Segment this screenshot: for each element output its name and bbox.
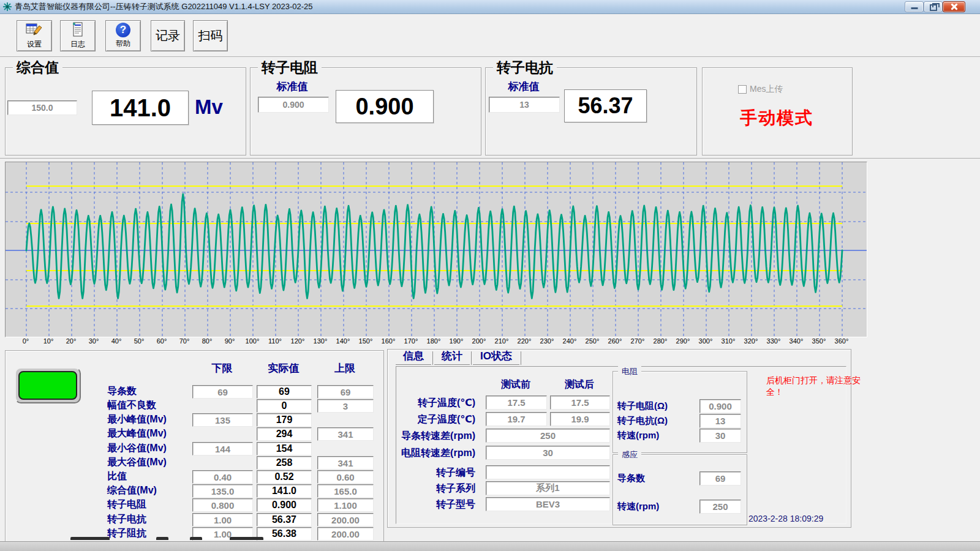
help-button[interactable]: ? 帮助: [105, 20, 141, 51]
upper-limit-field: 165.0: [317, 484, 374, 498]
x-axis-tick: 260°: [608, 337, 622, 345]
waveform-chart: [6, 162, 867, 337]
tab-info[interactable]: 信息: [396, 349, 431, 365]
composite-unit: Mv: [195, 96, 223, 119]
x-axis-tick: 240°: [563, 337, 577, 345]
log-icon: [71, 22, 85, 38]
x-axis-tick: 360°: [835, 337, 849, 345]
scan-button[interactable]: 扫码: [193, 20, 228, 51]
x-axis-tick: 30°: [89, 337, 99, 345]
settings-icon: [26, 22, 43, 38]
x-axis-tick: 110°: [268, 337, 282, 345]
resistance-speed-diff-field: 30: [486, 446, 610, 460]
x-axis-tick: 190°: [450, 337, 464, 345]
x-axis-tick: 230°: [540, 337, 554, 345]
x-axis-tick: 150°: [359, 337, 373, 345]
table-row: 最小谷值(Mv) 144 154: [0, 442, 383, 455]
log-button[interactable]: 日志: [60, 20, 96, 51]
log-label: 日志: [70, 39, 85, 50]
x-axis-tick: 60°: [157, 337, 167, 345]
lower-limit-field: 1.00: [192, 513, 253, 527]
mes-upload-checkbox[interactable]: Mes上传: [738, 84, 783, 95]
cutoff-button-fragment: [190, 537, 202, 540]
lower-limit-field: 135.0: [192, 484, 253, 498]
actual-value-field: 141.0: [257, 484, 312, 498]
app-icon: [2, 2, 12, 12]
reactance-panel-title: 转子电抗: [493, 58, 557, 77]
minimize-button[interactable]: [905, 1, 924, 12]
upper-limit-field: 3: [317, 399, 374, 413]
help-icon: ?: [116, 23, 130, 37]
restore-button[interactable]: [924, 1, 943, 12]
rotor-temp-before-field: 17.5: [486, 395, 547, 410]
header-before-test: 测试前: [486, 378, 546, 391]
x-axis-tick: 320°: [744, 337, 758, 345]
bar-speed-diff-field: 250: [486, 429, 610, 443]
toolbar: [0, 14, 980, 57]
upper-limit-field: 69: [317, 385, 374, 399]
actual-value-field: 0.900: [257, 498, 312, 512]
x-axis-tick: 220°: [518, 337, 532, 345]
rotor-temp-after-field: 17.5: [550, 395, 610, 410]
cutoff-button-fragment: [230, 537, 263, 540]
rotor-serial-input[interactable]: [486, 465, 610, 479]
x-axis-tick: 90°: [225, 337, 235, 345]
x-axis-tick: 180°: [427, 337, 441, 345]
table-row: 比值 0.40 0.52 0.60: [0, 470, 383, 483]
resistance-speed-setting-field: 30: [699, 429, 741, 443]
x-axis-tick: 200°: [472, 337, 486, 345]
actual-value-field: 0.52: [257, 470, 312, 484]
title-bar: 青岛艾普智能仪器有限公司--压铸转子测试系统 G202211049 V1.1.4…: [0, 0, 980, 14]
composite-panel-title: 综合值: [13, 58, 62, 77]
table-row: 综合值(Mv) 135.0 141.0 165.0: [0, 484, 383, 497]
table-row: 转子电抗 1.00 56.37 200.00: [0, 513, 383, 526]
x-axis-tick: 70°: [179, 337, 190, 345]
close-button[interactable]: [943, 1, 965, 12]
cutoff-button-fragment: [70, 537, 110, 540]
rotor-reactance-setting-field: 13: [699, 414, 741, 428]
settings-label: 设置: [27, 39, 42, 50]
bar-count-setting-field: 69: [699, 471, 741, 485]
rotor-series-field[interactable]: 系列1: [486, 481, 610, 495]
mes-upload-label: Mes上传: [750, 84, 783, 95]
resistance-value-display: 0.900: [336, 90, 434, 123]
composite-std-input[interactable]: 150.0: [7, 100, 77, 115]
x-axis-tick: 290°: [676, 337, 690, 345]
upper-limit-field: 341: [317, 427, 374, 441]
actual-value-field: 0: [257, 399, 312, 413]
rotor-model-field[interactable]: BEV3: [486, 497, 610, 511]
tab-stats[interactable]: 统计: [434, 349, 470, 365]
upper-limit-field: 200.00: [317, 527, 374, 541]
table-row: 导条数 69 69 69: [0, 385, 383, 398]
minimize-icon: [911, 7, 918, 9]
actual-value-field: 154: [257, 442, 312, 455]
timestamp: 2023-2-28 18:09:29: [748, 514, 823, 523]
reactance-std-input[interactable]: 13: [489, 97, 560, 113]
lower-limit-field: 135: [192, 413, 253, 427]
rotor-resistance-setting-field: 0.900: [699, 399, 741, 413]
x-axis-tick: 50°: [134, 337, 145, 345]
composite-value-display: 141.0: [92, 91, 189, 125]
mode-text: 手动模式: [740, 107, 813, 130]
lower-limit-field: 69: [192, 385, 253, 399]
upper-limit-field: 1.100: [317, 498, 374, 512]
record-button[interactable]: 记录: [151, 20, 185, 51]
x-axis-tick: 270°: [631, 337, 645, 345]
actual-value-field: 179: [257, 413, 312, 427]
x-axis-tick: 20°: [66, 337, 77, 345]
induction-speed-setting-field: 250: [699, 500, 741, 514]
actual-value-field: 294: [257, 427, 312, 441]
resistance-std-input[interactable]: 0.900: [258, 97, 329, 113]
induction-group: 感应: [612, 454, 747, 525]
lower-limit-field: 0.40: [192, 470, 253, 484]
x-axis-tick: 210°: [495, 337, 509, 345]
x-axis-tick: 130°: [314, 337, 328, 345]
actual-value-field: 56.37: [257, 513, 312, 527]
settings-button[interactable]: 设置: [17, 20, 52, 51]
table-row: 最大谷值(Mv) 258 341: [0, 456, 383, 469]
x-axis-tick: 300°: [699, 337, 713, 345]
tab-io-status[interactable]: IO状态: [473, 349, 519, 365]
x-axis-tick: 10°: [43, 337, 54, 345]
x-axis-tick: 250°: [586, 337, 600, 345]
header-after-test: 测试后: [550, 378, 609, 391]
